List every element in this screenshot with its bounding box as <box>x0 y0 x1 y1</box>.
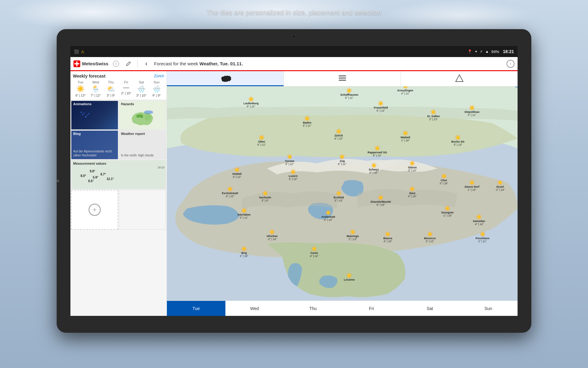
header-divider <box>137 60 138 68</box>
city-buchs: ☀️ Buchs SG 3° | 13° <box>451 135 465 146</box>
day-btn-sat[interactable]: Sat <box>401 301 459 316</box>
left-sidebar: Weekly forecast Zürich Tue ☀️ 6° | 13° <box>70 71 167 316</box>
city-st-gallen: ☀️ St. Gallen 3° | 13° <box>427 110 440 121</box>
city-labels-container: ☀️ Schaffhausen 5° | 11° ☀️ Kreuzlingen … <box>167 86 518 301</box>
city-zurich: ☀️ Zürich 6° | 13° <box>334 129 343 140</box>
add-tile-icon: + <box>89 204 101 216</box>
list-icon <box>338 75 347 82</box>
day-btn-thu[interactable]: Thu <box>284 301 342 316</box>
app-header: MeteoSwiss i ‹ Forecast for the week Wea… <box>70 57 518 71</box>
city-schwyz: ☀️ Schwyz 5° | 10° <box>369 163 379 174</box>
map-container[interactable]: ☀️ Schaffhausen 5° | 11° ☀️ Kreuzlingen … <box>167 86 518 301</box>
map-tabs <box>167 71 518 86</box>
clock: 18:21 <box>503 49 514 54</box>
location-icon: 📍 <box>467 49 472 54</box>
city-wattwil: ☀️ Wattwil 1° | 16° <box>401 131 410 142</box>
forecast-day-thu[interactable]: Thu ⛅ 3° | 9° <box>103 80 119 97</box>
city-chur: ☀️ Chur 3° | 16° <box>440 174 448 185</box>
city-kreuzlingen: ☀️ Kreuzlingen 4° | 11° <box>398 86 413 95</box>
no-call-icon: ✗ <box>480 50 483 54</box>
pencil-icon <box>126 61 131 67</box>
volume-button[interactable] <box>57 180 59 182</box>
add-icon-label: + <box>92 205 97 214</box>
battery-level: 94% <box>491 49 499 54</box>
forecast-location: Zürich <box>154 74 164 78</box>
city-laufenburg: ☀️ Laufenburg 5° | 11° <box>243 97 259 108</box>
weekly-forecast: Weekly forecast Zürich Tue ☀️ 6° | 13° <box>70 71 167 100</box>
tab-alert[interactable] <box>401 71 518 86</box>
image-icon: ⬛ <box>74 49 79 54</box>
swiss-cross-icon <box>74 60 80 67</box>
city-escholzmatt: ☀️ Escholzmatt 4° | 12° <box>222 187 238 198</box>
status-bar-left: ⬛ ⚠ <box>74 49 85 54</box>
main-content: Weekly forecast Zürich Tue ☀️ 6° | 13° <box>70 71 518 316</box>
svg-point-4 <box>222 77 224 78</box>
city-rapperswil: ☀️ Rapperswil SG 6° | 13° <box>368 146 387 157</box>
info-button-left[interactable]: i <box>111 59 121 68</box>
title-bold: Weather, Tue. 01.11. <box>199 61 243 66</box>
add-tile[interactable]: + <box>71 190 118 230</box>
city-huttwil: ☀️ Huttwil 3° | 12° <box>232 167 242 178</box>
forecast-day-wed[interactable]: Wed 🌦️ 7° | 12° <box>88 80 104 97</box>
tab-map[interactable] <box>167 71 284 86</box>
svg-rect-8 <box>339 80 346 81</box>
forecast-day-sun[interactable]: Sun 🌧️ 4° | 9° <box>149 80 164 97</box>
city-scuol: ☀️ Scuol -1° | 14° <box>495 180 505 191</box>
day-btn-wed[interactable]: Wed <box>225 301 284 316</box>
edit-button[interactable] <box>124 59 133 68</box>
switzerland-icon <box>219 74 232 83</box>
info-button-right[interactable]: i <box>507 60 514 68</box>
city-ilanz: ☀️ Ilanz 0° | 16° <box>408 187 417 198</box>
animations-label: Animations <box>73 102 92 106</box>
city-mairengo: ☀️ Mairengo 2° | 13° <box>347 230 359 241</box>
svg-rect-2 <box>74 63 79 64</box>
svg-rect-6 <box>339 75 346 76</box>
right-map-panel: ☀️ Schaffhausen 5° | 11° ☀️ Kreuzlingen … <box>167 71 518 316</box>
title-normal: Forecast for the week <box>154 61 198 66</box>
bluetooth-icon: ✦ <box>475 50 477 54</box>
alert-icon <box>455 74 464 82</box>
city-mesocco: ☀️ Mesocco 3° | 12° <box>424 232 436 243</box>
measurement-label: Measurement values <box>73 162 106 165</box>
forecast-day-tue[interactable]: Tue ☀️ 6° | 13° <box>73 80 88 97</box>
city-schaffhausen: ☀️ Schaffhausen 5° | 11° <box>340 88 358 99</box>
city-sursee: ☀️ Sursee 4° | 12° <box>285 155 294 166</box>
city-disentis: ☀️ Disentis/Mustér 6° | 15° <box>371 195 391 206</box>
svg-rect-7 <box>339 78 346 79</box>
back-button[interactable]: ‹ <box>142 59 151 68</box>
city-luzern: ☀️ Luzern 5° | 10° <box>288 170 298 181</box>
forecast-day-fri[interactable]: Fri ━━ 2° | 10° <box>119 80 134 97</box>
hazards-map-svg <box>130 109 155 128</box>
city-sachseln: ☀️ Sachseln 3° | 9° <box>259 191 271 202</box>
header-title: Forecast for the week Weather, Tue. 01.1… <box>154 61 503 66</box>
forecast-day-sat[interactable]: Sat 🌧️ 3° | 10° <box>134 80 149 97</box>
day-btn-fri[interactable]: Fri <box>342 301 401 316</box>
city-diepoldsau: ☀️ Diepoldsau 3° | 11° <box>465 105 480 117</box>
tablet-screen: ⬛ ⚠ 📍 ✦ ✗ ▲ 94% 18:21 <box>70 46 518 316</box>
city-biasca: ☀️ Biasca 4° | 15° <box>383 232 392 243</box>
back-icon: ‹ <box>145 60 147 68</box>
day-btn-sun[interactable]: Sun <box>459 301 518 316</box>
hazards-tile[interactable]: Hazards <box>119 101 166 130</box>
city-interlaken: ☀️ Interlaken 3° | 11° <box>238 208 251 219</box>
weather-report-label: Weather report <box>121 132 145 136</box>
weekly-forecast-title: Weekly forecast <box>73 74 105 79</box>
city-andermatt: ☀️ Andermatt 4° | 13° <box>321 210 335 221</box>
city-erstfeld: ☀️ Erstfeld 3° | 13° <box>334 191 344 202</box>
measurement-tile[interactable]: Measurement values 18:10 9.8° 8.0° 5.9° … <box>71 160 166 189</box>
city-samedan: ☀️ Samedan -4° | 14° <box>473 215 485 226</box>
blog-tile[interactable]: Blog Auf der Alpennordseite recht zäher … <box>71 130 118 159</box>
weather-report-text: In the north: high clouds <box>121 153 164 157</box>
city-olten: ☀️ Olten 5° | 11° <box>257 135 266 146</box>
tab-list[interactable] <box>284 71 401 86</box>
day-btn-tue[interactable]: Tue <box>167 301 225 316</box>
status-bar-right: 📍 ✦ ✗ ▲ 94% 18:21 <box>467 49 514 54</box>
svg-point-5 <box>224 76 225 77</box>
hazards-label: Hazards <box>121 102 134 106</box>
tiles-grid: Animations <box>70 100 167 230</box>
city-frauenfeld: ☀️ Frauenfeld 5° | 13° <box>374 101 388 112</box>
svg-point-3 <box>144 110 153 114</box>
weather-report-tile[interactable]: Weather report In the north: high clouds <box>119 130 166 159</box>
city-ulrichen: ☀️ Ulrichen -2° | 14° <box>266 230 277 241</box>
animations-tile[interactable]: Animations <box>71 101 118 130</box>
